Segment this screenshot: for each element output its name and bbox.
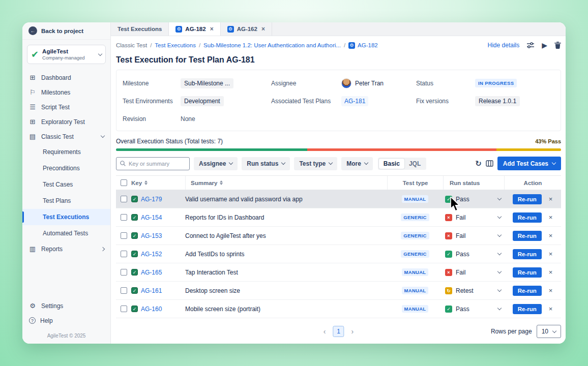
sidebar-item-script-test[interactable]: ☰Script Test [22, 100, 110, 114]
rerun-button[interactable]: Re-run [513, 286, 542, 296]
remove-row-icon[interactable]: × [549, 232, 553, 239]
field-value-associated-test-plans[interactable]: AG-181 [341, 92, 416, 110]
issue-key-link[interactable]: AG-179 [141, 196, 162, 203]
tab-ag-182[interactable]: ⚙AG-182× [169, 22, 220, 36]
run-status-dropdown[interactable]: ×Fail [443, 269, 504, 276]
run-status-dropdown[interactable]: ✓Pass [443, 251, 504, 258]
remove-row-icon[interactable]: × [549, 214, 553, 221]
breadcrumb-item-ag-182[interactable]: ⚙AG-182 [348, 42, 378, 49]
jql-mode-button[interactable]: JQL [404, 159, 425, 169]
tab-ag-162[interactable]: ⚙AG-162× [221, 22, 272, 36]
sidebar-item-automated-tests[interactable]: Automated Tests [22, 225, 110, 241]
field-value-test-environments[interactable]: Development [181, 92, 271, 110]
sliders-icon[interactable] [526, 42, 535, 49]
prev-page-button[interactable]: ‹ [320, 327, 329, 336]
remove-row-icon[interactable]: × [549, 250, 553, 258]
sidebar-item-test-plans[interactable]: Test Plans [22, 193, 110, 209]
issue-key-link[interactable]: AG-160 [141, 306, 162, 313]
run-status-dropdown[interactable]: ×Fail [443, 214, 504, 221]
hide-details-link[interactable]: Hide details [488, 42, 520, 49]
rerun-button[interactable]: Re-run [513, 231, 542, 241]
row-checkbox[interactable] [121, 196, 127, 202]
close-icon[interactable]: × [210, 25, 214, 33]
issue-key-link[interactable]: AG-165 [141, 269, 162, 276]
field-value-fix-versions[interactable]: Release 1.0.1 [475, 92, 554, 110]
issue-key-link[interactable]: AG-154 [141, 214, 162, 221]
run-status-dropdown[interactable]: ×Fail [443, 232, 504, 239]
row-checkbox[interactable] [121, 306, 127, 312]
sidebar-item-preconditions[interactable]: Preconditions [22, 160, 110, 176]
row-checkbox[interactable] [121, 251, 127, 257]
table-row-ag-154[interactable]: ✓AG-154Reports for IDs in DashboardGENER… [116, 208, 561, 227]
sidebar: ← Back to project ✔ AgileTest Company-ma… [22, 22, 111, 344]
table-row-ag-152[interactable]: ✓AG-152Add TestIDs to sprintsGENERIC✓Pas… [116, 245, 561, 263]
sidebar-item-test-executions[interactable]: Test Executions [22, 209, 110, 225]
refresh-icon[interactable]: ↻ [475, 159, 482, 168]
row-checkbox[interactable] [121, 232, 127, 239]
table-row-ag-179[interactable]: ✓AG-179Valid username and valid password… [116, 190, 561, 208]
columns-icon[interactable] [486, 160, 493, 167]
rerun-button[interactable]: Re-run [513, 194, 542, 204]
tab-test-executions[interactable]: Test Executions [111, 22, 169, 36]
select-all-checkbox[interactable] [121, 179, 127, 186]
page-number-button[interactable]: 1 [333, 326, 344, 337]
remove-row-icon[interactable]: × [549, 287, 553, 294]
run-status-dropdown[interactable]: ↻Retest [443, 287, 504, 294]
row-checkbox[interactable] [121, 269, 127, 276]
search-input[interactable] [129, 161, 186, 167]
table-row-ag-153[interactable]: ✓AG-153Connect to AgileTest after yesGEN… [116, 227, 561, 245]
rerun-button[interactable]: Re-run [513, 267, 542, 278]
back-to-project-button[interactable]: ← Back to project [22, 22, 110, 40]
table-row-ag-165[interactable]: ✓AG-165Tap Interaction TestMANUAL×FailRe… [116, 263, 561, 282]
sidebar-item-reports[interactable]: ▥Reports [22, 241, 110, 256]
avatar [341, 78, 351, 88]
sidebar-item-classic-test[interactable]: ▤Classic Test [22, 129, 110, 144]
breadcrumb-item-test-executions[interactable]: Test Executions [155, 42, 196, 48]
close-icon[interactable]: × [261, 25, 265, 33]
filter-dropdown-more[interactable]: More [341, 157, 373, 170]
table-row-ag-161[interactable]: ✓AG-161Desktop screen sizeMANUAL↻RetestR… [116, 282, 561, 300]
remove-row-icon[interactable]: × [549, 195, 553, 203]
sidebar-item-test-cases[interactable]: Test Cases [22, 176, 110, 193]
value-chip[interactable]: Sub-Milestone ... [181, 78, 233, 88]
add-test-cases-button[interactable]: Add Test Cases [497, 157, 561, 170]
play-icon[interactable]: ▶ [542, 41, 547, 49]
breadcrumb-item-sub-milestone-1-2-user-authentication-and-authori[interactable]: Sub-Milestone 1.2: User Authentication a… [203, 42, 341, 48]
run-status-dropdown[interactable]: ✓Pass [443, 306, 504, 313]
rerun-button[interactable]: Re-run [513, 304, 542, 314]
chevron-down-icon [329, 161, 333, 165]
rows-per-page-select[interactable]: 10 [537, 325, 561, 338]
table-row-ag-160[interactable]: ✓AG-160Mobile screen size (portrait)MANU… [116, 300, 561, 318]
filter-dropdown-test-type[interactable]: Test type [294, 157, 337, 170]
next-page-button[interactable]: › [348, 327, 357, 336]
value-chip[interactable]: Development [181, 96, 224, 106]
issue-key-link[interactable]: AG-152 [141, 251, 162, 258]
sidebar-item-settings[interactable]: ⚙ Settings [22, 298, 110, 313]
issue-key-link[interactable]: AG-161 [141, 287, 162, 294]
trash-icon[interactable] [554, 42, 561, 49]
field-value-milestone[interactable]: Sub-Milestone ... [181, 74, 271, 92]
filter-dropdown-run-status[interactable]: Run status [242, 157, 290, 170]
test-plan-link[interactable]: AG-181 [341, 96, 368, 106]
basic-mode-button[interactable]: Basic [379, 159, 404, 169]
sidebar-item-dashboard[interactable]: ⊞Dashboard [22, 70, 110, 85]
remove-row-icon[interactable]: × [549, 268, 553, 276]
row-checkbox[interactable] [121, 214, 127, 221]
run-status-dropdown[interactable]: ✓Pass [443, 196, 504, 203]
search-box[interactable] [116, 157, 190, 170]
rerun-button[interactable]: Re-run [513, 212, 542, 223]
chevron-down-icon [101, 134, 105, 138]
rerun-button[interactable]: Re-run [513, 249, 542, 259]
sidebar-item-exploratory-test[interactable]: ⊞Exploratory Test [22, 114, 110, 129]
value-chip[interactable]: Release 1.0.1 [475, 96, 520, 106]
sidebar-item-milestones[interactable]: ⚐Milestones [22, 85, 110, 100]
row-checkbox[interactable] [121, 287, 127, 294]
remove-row-icon[interactable]: × [549, 305, 553, 313]
filter-dropdown-assignee[interactable]: Assignee [194, 157, 238, 170]
sidebar-item-help[interactable]: ? Help [22, 313, 110, 328]
column-summary[interactable]: Summary [185, 176, 387, 190]
issue-key-link[interactable]: AG-153 [141, 232, 162, 239]
column-key[interactable]: Key [131, 180, 185, 186]
sidebar-item-requirements[interactable]: Requirements [22, 144, 110, 160]
project-switcher[interactable]: ✔ AgileTest Company-managed [27, 45, 106, 64]
